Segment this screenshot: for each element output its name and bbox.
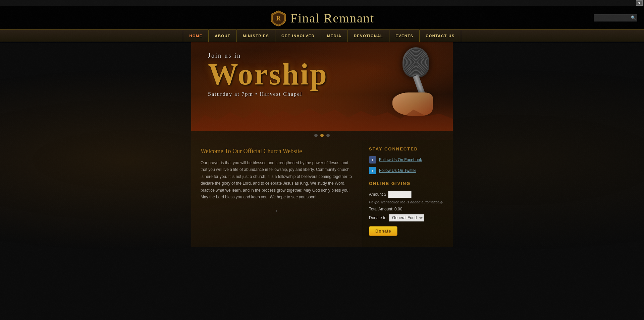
slider-dots <box>191 131 453 140</box>
header: R Final Remnant 🔍 <box>0 6 644 29</box>
total-amount: 0.00 <box>394 207 402 211</box>
nav-item-home[interactable]: HOME <box>183 29 209 42</box>
site-title: Final Remnant <box>290 11 375 25</box>
worship-text: Worship <box>208 59 328 89</box>
welcome-title: Welcome To Our Official Church Website <box>201 148 353 155</box>
nav-item-media[interactable]: MEDIA <box>321 29 348 42</box>
top-bar: ▼ <box>0 0 644 6</box>
nav-item-events[interactable]: EVENTS <box>389 29 420 42</box>
amount-input[interactable] <box>388 191 412 198</box>
online-giving-title: Online Giving <box>369 181 446 186</box>
hero-text: Join us in Worship Saturday at 7pm • Har… <box>208 52 328 97</box>
donate-to-label: Donate to <box>369 215 386 220</box>
left-content: Welcome To Our Official Church Website O… <box>191 140 362 247</box>
svg-text:R: R <box>276 15 281 22</box>
top-bar-button[interactable]: ▼ <box>636 0 643 6</box>
welcome-text: Our prayer is that you will be blessed a… <box>201 159 353 200</box>
facebook-label[interactable]: Follow Us On Facebook <box>379 157 422 162</box>
total-label: Total Amount: <box>369 207 393 211</box>
slider-dot-1[interactable] <box>314 134 318 137</box>
donate-button[interactable]: Donate <box>369 226 397 236</box>
crowd-silhouette <box>191 94 453 131</box>
saturday-text: Saturday at 7pm • Harvest Chapel <box>208 91 328 97</box>
nav: HOME ABOUT MINISTRIES GET INVOLVED MEDIA… <box>0 29 644 42</box>
amount-row: Amount $ <box>369 191 446 198</box>
logo-area: R Final Remnant <box>270 9 375 27</box>
hero-banner: Join us in Worship Saturday at 7pm • Har… <box>191 42 453 131</box>
search-icon[interactable]: 🔍 <box>631 15 636 20</box>
twitter-icon: t <box>369 167 376 174</box>
donate-to-select[interactable]: General Fund <box>389 214 424 221</box>
amount-label: Amount $ <box>369 192 386 197</box>
nav-item-ministries[interactable]: MINISTRIES <box>237 29 275 42</box>
content-area: Welcome To Our Official Church Website O… <box>191 140 453 247</box>
mic-head <box>402 47 429 77</box>
slider-dot-2[interactable] <box>320 134 324 137</box>
total-row: Total Amount: 0.00 <box>369 207 446 211</box>
slider-dot-3[interactable] <box>326 134 330 137</box>
nav-item-get-involved[interactable]: GET INVOLVED <box>275 29 321 42</box>
donate-to-row: Donate to General Fund <box>369 214 446 221</box>
nav-item-about[interactable]: ABOUT <box>209 29 237 42</box>
facebook-icon: f <box>369 156 376 164</box>
logo-emblem: R <box>270 9 287 27</box>
facebook-link[interactable]: f Follow Us On Facebook <box>369 156 446 164</box>
paypal-note: Paypal transaction fee is added automati… <box>369 200 446 204</box>
nav-item-contact-us[interactable]: CONTACT US <box>420 29 461 42</box>
main-wrapper: Join us in Worship Saturday at 7pm • Har… <box>191 42 453 247</box>
search-bar: 🔍 <box>594 14 637 21</box>
twitter-label[interactable]: Follow Us On Twitter <box>379 168 416 173</box>
nav-item-devotional[interactable]: DEVOTIONAL <box>348 29 389 42</box>
stay-connected-title: Stay Connected <box>369 146 446 151</box>
twitter-link[interactable]: t Follow Us On Twitter <box>369 167 446 174</box>
scroll-hint-icon[interactable]: ‹ <box>201 200 353 214</box>
right-sidebar: Stay Connected f Follow Us On Facebook t… <box>362 140 453 247</box>
